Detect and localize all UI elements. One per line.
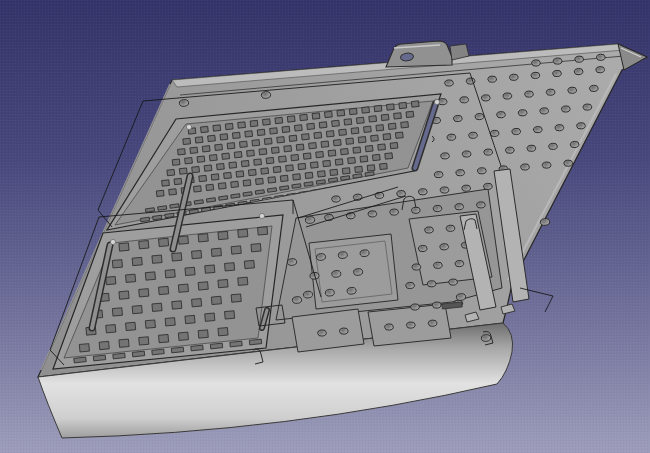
bottom-recess-rect-left[interactable]	[292, 309, 364, 352]
cad-3d-canvas[interactable]	[0, 0, 650, 453]
cad-viewport[interactable]	[0, 0, 650, 453]
